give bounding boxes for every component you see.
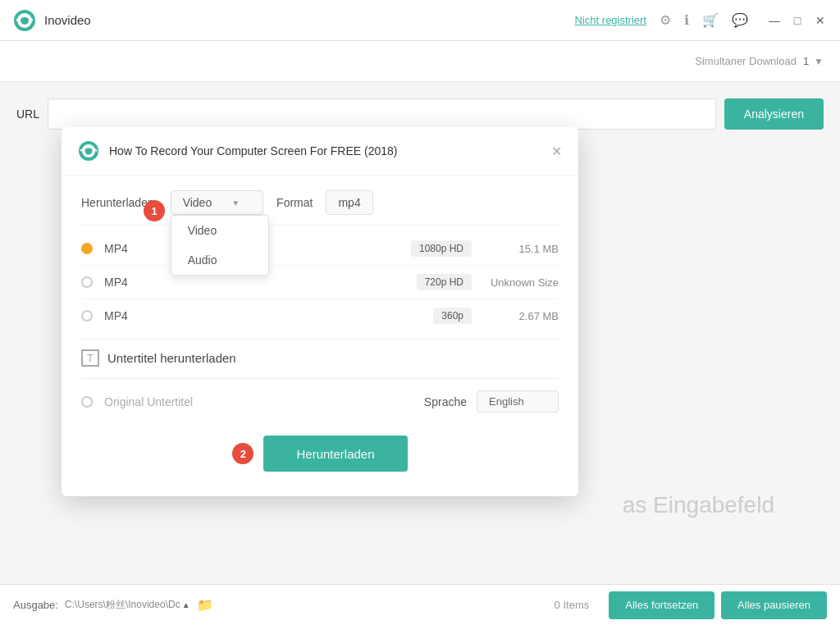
download-dialog: How To Record Your Computer Screen For F…: [62, 127, 578, 496]
format-label: Format: [276, 196, 313, 209]
file-size-720p: Unknown Size: [485, 276, 559, 289]
radio-720p[interactable]: [81, 276, 93, 288]
output-arrow-icon: ▲: [182, 600, 190, 609]
simultan-value: 1: [803, 55, 809, 67]
download-type-value: Video: [183, 196, 212, 209]
hint-text: as Eingabefeld: [623, 492, 774, 518]
close-button[interactable]: ✕: [814, 14, 827, 27]
resolution-badge-1080p: 1080p HD: [411, 240, 472, 257]
radio-360p[interactable]: [81, 310, 93, 322]
not-registered-link[interactable]: Nicht registriert: [575, 14, 646, 26]
bottom-bar: Ausgabe: C:\Users\粉丝\Inovideo\Dc ▲ 📁 0 I…: [0, 584, 840, 625]
resolution-badge-360p: 360p: [433, 308, 472, 324]
format-row-720p[interactable]: MP4 720p HD Unknown Size: [81, 266, 559, 299]
subtitle-section: T Untertitel herunterladen Original Unte…: [62, 340, 578, 413]
url-input[interactable]: [48, 98, 716, 130]
download-type-row: Herunterladen: 1 Video ▼ Video Audio: [62, 176, 578, 225]
format-name-360p: MP4: [104, 309, 153, 322]
simultan-label: Simultaner Download: [695, 55, 797, 67]
chat-icon[interactable]: 💬: [732, 12, 748, 28]
sprache-value: English: [477, 390, 559, 413]
analyse-button[interactable]: Analysieren: [724, 98, 824, 130]
url-label: URL: [16, 107, 39, 121]
subtitle-option-label: Original Untertitel: [104, 395, 424, 408]
dropdown-item-video[interactable]: Video: [171, 216, 268, 245]
settings-icon[interactable]: ⚙: [660, 12, 671, 28]
dialog-close-button[interactable]: ✕: [551, 144, 562, 159]
sprache-label: Sprache: [424, 395, 467, 408]
subtitle-icon: T: [81, 349, 99, 367]
sub-header: Simultaner Download 1 ▼: [0, 41, 840, 82]
dropdown-item-audio[interactable]: Audio: [171, 245, 268, 275]
format-value: mp4: [326, 190, 372, 215]
app-logo: [13, 9, 36, 32]
output-label: Ausgabe:: [13, 599, 58, 611]
resume-all-button[interactable]: Alles fortsetzen: [609, 591, 714, 619]
step-1-badge: 1: [144, 200, 165, 221]
download-button[interactable]: Herunterladen: [263, 436, 407, 472]
dialog-title: How To Record Your Computer Screen For F…: [109, 144, 551, 157]
minimize-button[interactable]: —: [768, 14, 781, 27]
app-name: Inovideo: [44, 13, 575, 27]
content-area: URL Analysieren as Eingabefeld How To Re…: [0, 82, 840, 584]
subtitle-header: T Untertitel herunterladen: [81, 349, 559, 367]
download-type-dropdown[interactable]: Video ▼ Video Audio: [171, 190, 263, 215]
title-bar: Inovideo Nicht registriert ⚙ ℹ 🛒 💬 — □ ✕: [0, 0, 840, 41]
window-controls: — □ ✕: [768, 14, 827, 27]
subtitle-divider: [81, 378, 559, 379]
app-window: Inovideo Nicht registriert ⚙ ℹ 🛒 💬 — □ ✕…: [0, 0, 840, 625]
url-bar-row: URL Analysieren: [16, 98, 824, 130]
step-2-badge: 2: [232, 443, 253, 464]
pause-all-button[interactable]: Alles pausieren: [721, 591, 827, 619]
format-row-360p[interactable]: MP4 360p 2.67 MB: [81, 299, 559, 332]
subtitle-row: Original Untertitel Sprache English: [81, 390, 559, 413]
file-size-1080p: 15.1 MB: [485, 243, 559, 255]
subtitle-section-title: Untertitel herunterladen: [107, 351, 236, 365]
cart-icon[interactable]: 🛒: [702, 12, 719, 28]
format-name-720p: MP4: [104, 276, 153, 289]
dropdown-chevron-icon: ▼: [231, 198, 240, 208]
format-row-1080p[interactable]: MP4 1080p HD 15.1 MB: [81, 232, 559, 266]
dropdown-menu: Video Audio: [171, 215, 269, 276]
items-count: 0 Items: [555, 599, 590, 611]
format-rows: MP4 1080p HD 15.1 MB MP4 720p HD Unknown…: [62, 226, 578, 339]
file-size-360p: 2.67 MB: [485, 310, 559, 322]
output-path: C:\Users\粉丝\Inovideo\Dc: [65, 598, 180, 612]
maximize-button[interactable]: □: [791, 14, 804, 27]
info-icon[interactable]: ℹ: [684, 12, 689, 28]
resolution-badge-720p: 720p HD: [417, 274, 472, 290]
subtitle-radio[interactable]: [81, 396, 93, 408]
download-type-selected[interactable]: Video ▼: [171, 190, 263, 215]
title-bar-right: Nicht registriert ⚙ ℹ 🛒 💬 — □ ✕: [575, 12, 827, 28]
radio-1080p[interactable]: [81, 243, 93, 254]
folder-icon[interactable]: 📁: [197, 597, 213, 613]
dialog-logo: [78, 140, 99, 162]
simultan-chevron-icon[interactable]: ▼: [814, 56, 824, 67]
download-btn-row: 2 Herunterladen: [62, 436, 578, 472]
dialog-header: How To Record Your Computer Screen For F…: [62, 127, 578, 176]
format-name-1080p: MP4: [104, 242, 153, 255]
